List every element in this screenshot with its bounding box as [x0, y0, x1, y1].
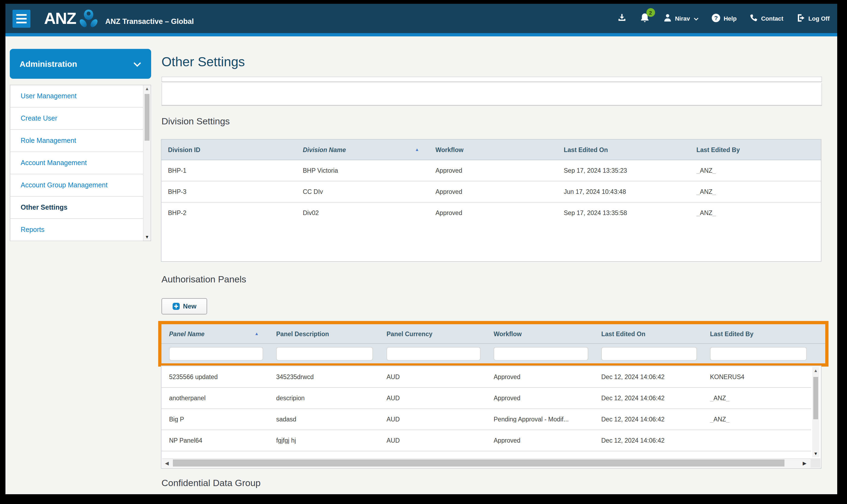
- scroll-right-icon[interactable]: ▶: [801, 459, 808, 468]
- table-row[interactable]: Big PsadasdAUDPending Approval - Modif..…: [161, 409, 811, 430]
- new-panel-button[interactable]: New: [161, 298, 207, 314]
- column-header-division-id[interactable]: Division ID: [161, 146, 296, 153]
- sidebar-item-user-management[interactable]: User Management: [10, 85, 143, 108]
- filter-input-last-edited-by[interactable]: [710, 347, 807, 360]
- contact-label: Contact: [761, 15, 783, 22]
- authorisation-panels-heading: Authorisation Panels: [161, 274, 246, 285]
- download-button[interactable]: [617, 13, 626, 24]
- table-cell: _ANZ_: [703, 416, 811, 422]
- scrollbar-thumb[interactable]: [144, 94, 150, 141]
- sidebar-section-administration[interactable]: Administration: [10, 49, 151, 79]
- table-cell: _ANZ_: [690, 167, 821, 174]
- table-cell: Big P: [161, 416, 269, 422]
- chevron-down-icon: [133, 59, 141, 68]
- panels-vertical-scrollbar[interactable]: ▲ ▼: [812, 367, 819, 457]
- svg-text:?: ?: [714, 15, 718, 21]
- scroll-up-icon[interactable]: ▲: [812, 368, 819, 373]
- help-button[interactable]: ? Help: [711, 13, 737, 24]
- authorisation-panels-table: 5235566 updated345235drwcdAUDApprovedDec…: [161, 365, 822, 469]
- scrolled-panel: [161, 83, 822, 105]
- table-cell: Dec 12, 2024 14:06:42: [594, 437, 703, 444]
- table-row[interactable]: 5235566 updated345235drwcdAUDApprovedDec…: [161, 366, 811, 387]
- accent-stripe: [5, 33, 837, 36]
- table-cell: BHP-2: [161, 210, 296, 216]
- top-right-actions: 2 Nirav ? Help: [617, 13, 837, 24]
- column-header-panel-description[interactable]: Panel Description: [269, 330, 379, 337]
- table-row[interactable]: NP Panel64fgjfgj hjAUDApprovedDec 12, 20…: [161, 430, 811, 451]
- table-cell: Dec 12, 2024 14:06:42: [594, 395, 703, 401]
- sidebar-item-reports[interactable]: Reports: [10, 219, 143, 241]
- column-header-last-edited-on[interactable]: Last Edited On: [594, 330, 703, 337]
- sidebar-item-role-management[interactable]: Role Management: [10, 130, 143, 152]
- table-cell: anotherpanel: [161, 395, 269, 401]
- table-cell: Dec 12, 2024 14:06:42: [594, 374, 703, 380]
- table-cell: CC DIv: [296, 188, 429, 195]
- filter-cell: [379, 347, 486, 360]
- division-settings-table: Division IDDivision Name▲WorkflowLast Ed…: [161, 139, 822, 262]
- column-header-workflow[interactable]: Workflow: [486, 330, 594, 337]
- division-settings-heading: Division Settings: [161, 116, 230, 127]
- column-header-division-name[interactable]: Division Name▲: [296, 146, 429, 153]
- filter-cell: [269, 347, 379, 360]
- filter-input-panel-currency[interactable]: [386, 347, 481, 360]
- panels-table-body: 5235566 updated345235drwcdAUDApprovedDec…: [161, 366, 811, 458]
- table-cell: Approved: [486, 374, 594, 380]
- table-row[interactable]: BHP-3CC DIvApprovedJun 17, 2024 10:43:48…: [161, 181, 821, 202]
- administration-label: Administration: [20, 59, 77, 68]
- scrollbar-thumb[interactable]: [813, 377, 818, 419]
- new-button-label: New: [183, 303, 196, 310]
- filter-cell: [161, 347, 269, 360]
- sidebar-item-create-user[interactable]: Create User: [10, 108, 143, 130]
- contact-button[interactable]: Contact: [749, 13, 783, 24]
- chevron-down-icon: [694, 15, 698, 22]
- table-cell: fgjfgj hj: [269, 437, 379, 444]
- table-cell: Sep 17, 2024 13:35:23: [557, 167, 690, 174]
- table-row[interactable]: BHP-2Div02ApprovedSep 17, 2024 13:35:58_…: [161, 202, 821, 223]
- screenshot-frame: ANZ ANZ Transactive – Global: [0, 0, 847, 504]
- table-cell: BHP Victoria: [296, 167, 429, 174]
- page-title: Other Settings: [161, 54, 245, 70]
- column-header-last-edited-by[interactable]: Last Edited By: [690, 146, 821, 153]
- filter-input-panel-description[interactable]: [276, 347, 373, 360]
- sidebar-item-account-management[interactable]: Account Management: [10, 152, 143, 174]
- table-cell: _ANZ_: [703, 395, 811, 401]
- table-cell: Approved: [486, 395, 594, 401]
- table-row[interactable]: anotherpaneldescripionAUDApprovedDec 12,…: [161, 387, 811, 409]
- table-cell: Dec 12, 2024 14:06:42: [594, 416, 703, 422]
- notifications-button[interactable]: 2: [639, 13, 650, 24]
- table-cell: Pending Approval - Modif...: [486, 416, 594, 422]
- filter-input-workflow[interactable]: [494, 347, 588, 360]
- panels-horizontal-scrollbar[interactable]: ◀ ▶: [162, 458, 820, 468]
- table-cell: AUD: [379, 416, 486, 422]
- scroll-down-icon[interactable]: ▼: [143, 235, 151, 239]
- column-header-workflow[interactable]: Workflow: [429, 146, 557, 153]
- sidebar-item-other-settings[interactable]: Other Settings: [10, 197, 143, 219]
- column-header-panel-name[interactable]: Panel Name▲: [161, 330, 269, 337]
- scroll-down-icon[interactable]: ▼: [812, 451, 819, 456]
- table-cell: Div02: [296, 210, 429, 216]
- filter-input-last-edited-on[interactable]: [601, 347, 697, 360]
- table-row[interactable]: BHP-1BHP VictoriaApprovedSep 17, 2024 13…: [161, 160, 821, 181]
- division-table-body: BHP-1BHP VictoriaApprovedSep 17, 2024 13…: [161, 160, 821, 223]
- filter-input-panel-name[interactable]: [169, 347, 263, 360]
- scroll-up-icon[interactable]: ▲: [143, 86, 151, 91]
- table-cell: NP Panel64: [161, 437, 269, 444]
- column-header-last-edited-on[interactable]: Last Edited On: [557, 146, 690, 153]
- hamburger-menu-icon[interactable]: [13, 10, 31, 28]
- column-header-panel-currency[interactable]: Panel Currency: [379, 330, 486, 337]
- table-cell: 345235drwcd: [269, 374, 379, 380]
- sidebar-scrollbar[interactable]: ▲ ▼: [143, 85, 151, 240]
- filter-cell: [703, 347, 825, 360]
- scrollbar-thumb[interactable]: [173, 460, 784, 467]
- table-cell: Approved: [429, 210, 557, 216]
- logoff-icon: [796, 13, 806, 24]
- sidebar-item-account-group-management[interactable]: Account Group Management: [10, 174, 143, 197]
- anz-logo-text: ANZ: [44, 10, 76, 26]
- scroll-left-icon[interactable]: ◀: [163, 459, 171, 468]
- table-cell: AUD: [379, 437, 486, 444]
- logoff-button[interactable]: Log Off: [796, 13, 830, 24]
- logoff-label: Log Off: [808, 15, 830, 22]
- user-menu[interactable]: Nirav: [662, 13, 698, 24]
- column-header-last-edited-by[interactable]: Last Edited By: [703, 330, 825, 337]
- plus-icon: [172, 303, 180, 310]
